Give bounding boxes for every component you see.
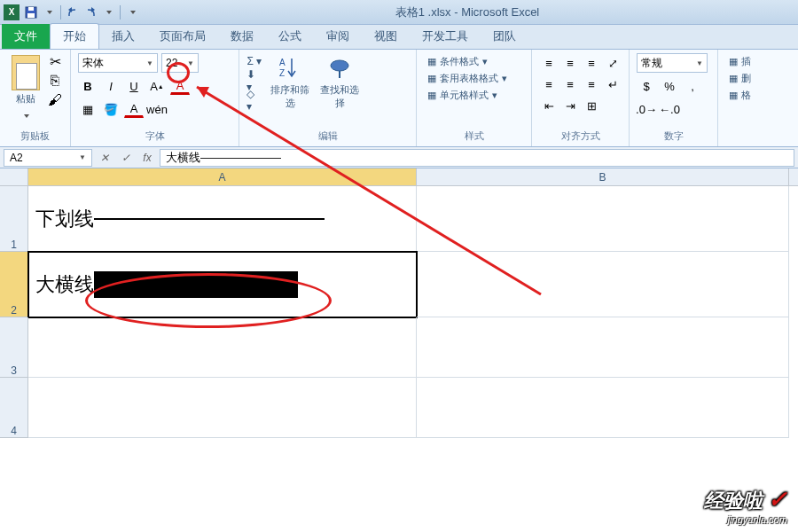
align-right-icon[interactable]: ≡	[582, 74, 601, 94]
undo-icon[interactable]	[65, 4, 81, 20]
sort-filter-icon: AZ	[276, 53, 304, 82]
font-size-value: 22	[166, 57, 177, 69]
cell-style-button[interactable]: ▦单元格样式 ▾	[424, 87, 524, 104]
tab-view[interactable]: 视图	[362, 24, 410, 49]
indent-decrease-icon[interactable]: ⇤	[539, 96, 559, 115]
font-color-button[interactable]: A	[170, 78, 190, 95]
row-header-3[interactable]: 3	[0, 317, 28, 378]
name-box[interactable]: A2▼	[4, 149, 92, 167]
dropdown-icon[interactable]	[100, 4, 116, 20]
wrap-text-icon[interactable]: ↵	[603, 74, 622, 94]
svg-text:Z: Z	[279, 68, 285, 78]
comma-icon[interactable]: ,	[683, 76, 702, 96]
decrease-decimal-icon[interactable]: ←.0	[660, 99, 679, 119]
find-select-button[interactable]: 查找和选择	[317, 53, 362, 110]
fill-color-button[interactable]: 🪣	[101, 99, 121, 119]
watermark: 经验啦 ✓ jingyanla.com	[704, 486, 787, 525]
clear-icon[interactable]: ◇ ▾	[246, 92, 262, 108]
underline-decoration	[94, 218, 325, 220]
tab-home[interactable]: 开始	[50, 23, 99, 49]
currency-icon[interactable]: $	[637, 76, 656, 96]
sort-filter-button[interactable]: AZ 排序和筛选	[268, 53, 312, 110]
bold-button[interactable]: B	[78, 76, 98, 96]
dropdown-icon[interactable]	[41, 4, 57, 20]
formula-input[interactable]: 大横线———————	[160, 149, 794, 167]
paste-button[interactable]: 粘贴	[7, 53, 43, 128]
increase-decimal-icon[interactable]: .0→	[637, 99, 656, 119]
cancel-formula-icon[interactable]: ✕	[96, 149, 113, 167]
number-group-label: 数字	[637, 128, 710, 143]
merge-icon[interactable]: ⊞	[582, 96, 601, 115]
underline-button[interactable]: U	[124, 76, 144, 96]
border-button[interactable]: ▦	[78, 99, 98, 119]
group-alignment: ≡ ≡ ≡ ⤢ ≡ ≡ ≡ ↵ ⇤ ⇥ ⊞ 对齐方式	[532, 50, 630, 146]
cell-b4[interactable]	[417, 378, 789, 438]
row-header-2[interactable]: 2	[0, 252, 28, 317]
row-header-4[interactable]: 4	[0, 378, 28, 438]
window-title: 表格1 .xlsx - Microsoft Excel	[140, 4, 794, 20]
tab-page-layout[interactable]: 页面布局	[147, 24, 218, 49]
font-color-button-2[interactable]: A	[124, 101, 144, 118]
file-tab[interactable]: 文件	[2, 24, 50, 49]
tab-team[interactable]: 团队	[481, 24, 528, 49]
cut-icon[interactable]: ✂	[47, 53, 63, 69]
group-font: 宋体▼ 22▼ B I U A▲ A ▦ 🪣 A wén 字体	[71, 50, 239, 146]
italic-button[interactable]: I	[101, 76, 121, 96]
select-all-corner[interactable]	[0, 168, 28, 186]
tab-developer[interactable]: 开发工具	[410, 24, 481, 49]
format-painter-icon[interactable]: 🖌	[47, 92, 63, 108]
redo-icon[interactable]	[82, 4, 98, 20]
indent-increase-icon[interactable]: ⇥	[560, 96, 580, 115]
cell-a4[interactable]	[28, 378, 417, 438]
group-clipboard: 粘贴 ✂ ⎘ 🖌 剪贴板	[0, 50, 71, 146]
orientation-icon[interactable]: ⤢	[603, 53, 622, 73]
tab-formulas[interactable]: 公式	[266, 24, 314, 49]
row-header-1[interactable]: 1	[0, 186, 28, 252]
enter-formula-icon[interactable]: ✓	[117, 149, 135, 167]
svg-rect-1	[27, 13, 35, 18]
col-header-b[interactable]: B	[417, 168, 789, 185]
tab-data[interactable]: 数据	[218, 24, 266, 49]
autosum-icon[interactable]: Σ ▾	[246, 53, 262, 69]
name-box-value: A2	[10, 152, 23, 164]
format-cells-button[interactable]: ▦ 格	[725, 87, 755, 104]
align-middle-icon[interactable]: ≡	[560, 53, 580, 73]
row-1: 1 下划线	[0, 186, 798, 252]
font-grow-icon[interactable]: A▲	[147, 76, 167, 96]
watermark-url: jingyanla.com	[704, 514, 787, 525]
ribbon: 粘贴 ✂ ⎘ 🖌 剪贴板 宋体▼ 22▼ B I U A▲ A	[0, 50, 798, 147]
qat-customize-icon[interactable]	[124, 4, 140, 20]
sheet-area: A B 1 下划线 2 大横线 3 4	[0, 168, 798, 438]
excel-app-icon[interactable]: X	[4, 4, 20, 20]
conditional-format-button[interactable]: ▦条件格式 ▾	[424, 53, 524, 70]
cell-b2[interactable]	[417, 252, 789, 317]
cell-a2[interactable]: 大横线	[28, 252, 417, 317]
phonetic-button[interactable]: wén	[147, 99, 167, 119]
align-top-icon[interactable]: ≡	[539, 53, 559, 73]
save-icon[interactable]	[23, 4, 39, 20]
align-bottom-icon[interactable]: ≡	[582, 53, 601, 73]
cell-b3[interactable]	[417, 317, 789, 378]
cell-b1[interactable]	[417, 186, 789, 252]
cell-a1[interactable]: 下划线	[28, 186, 417, 252]
table-format-button[interactable]: ▦套用表格格式 ▾	[424, 70, 524, 87]
cell-style-icon: ▦	[427, 90, 436, 101]
font-size-combo[interactable]: 22▼	[161, 53, 199, 73]
align-left-icon[interactable]: ≡	[539, 74, 559, 94]
watermark-text: 经验啦	[704, 489, 763, 512]
cell-a3[interactable]	[28, 317, 417, 378]
number-format-combo[interactable]: 常规▼	[637, 53, 708, 73]
clipboard-group-label: 剪贴板	[7, 128, 63, 143]
fx-icon[interactable]: fx	[138, 149, 156, 167]
col-header-a[interactable]: A	[28, 168, 417, 185]
copy-icon[interactable]: ⎘	[47, 73, 63, 89]
insert-cells-button[interactable]: ▦ 插	[725, 53, 755, 70]
percent-icon[interactable]: %	[660, 76, 679, 96]
fill-icon[interactable]: ⬇ ▾	[246, 73, 262, 89]
tab-insert[interactable]: 插入	[99, 24, 147, 49]
align-center-icon[interactable]: ≡	[560, 74, 580, 94]
paste-label: 粘贴	[7, 92, 43, 106]
delete-cells-button[interactable]: ▦ 删	[725, 70, 755, 87]
tab-review[interactable]: 审阅	[314, 24, 362, 49]
font-name-combo[interactable]: 宋体▼	[78, 53, 158, 73]
